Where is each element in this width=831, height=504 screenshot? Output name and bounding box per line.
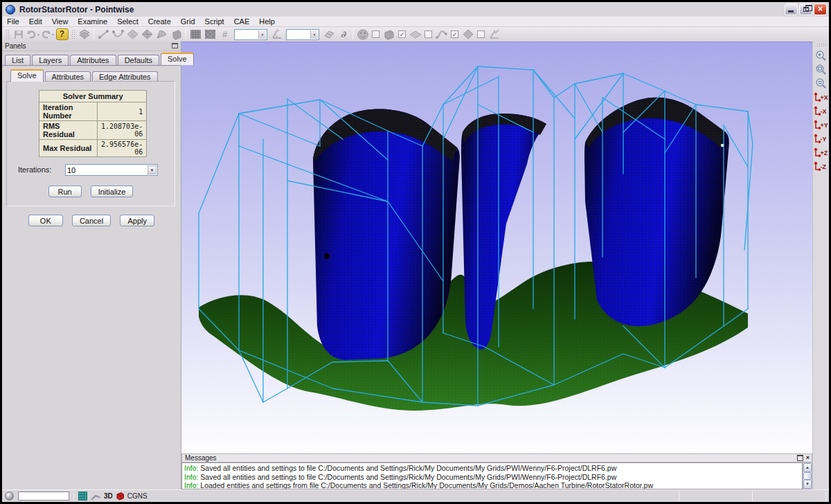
tab-edge-attributes[interactable]: Edge Attributes — [92, 71, 158, 82]
angle-button[interactable] — [269, 28, 284, 41]
apply-button[interactable]: Apply — [120, 215, 154, 226]
menu-view[interactable]: View — [47, 17, 73, 26]
restore-button[interactable] — [799, 3, 812, 15]
menu-examine[interactable]: Examine — [73, 17, 112, 26]
run-button[interactable]: Run — [48, 186, 82, 197]
zoom-box-button[interactable] — [814, 63, 828, 76]
tab-layers[interactable]: Layers — [32, 55, 69, 65]
minimize-button[interactable] — [785, 3, 798, 15]
ok-button[interactable]: OK — [28, 215, 63, 226]
dimension-button[interactable]: # — [217, 28, 232, 41]
show-blocks-button[interactable] — [382, 28, 396, 41]
progress-field — [18, 492, 69, 501]
create-block-button[interactable] — [169, 28, 184, 41]
viewport-3d[interactable] — [181, 42, 812, 453]
structured-grid-button[interactable] — [188, 28, 203, 41]
combo-dropdown-arrow[interactable]: ▼ — [258, 30, 266, 39]
show-spacings-button[interactable] — [461, 28, 475, 41]
dimension-mode-label: 3D — [104, 492, 113, 500]
menu-select[interactable]: Select — [112, 17, 143, 26]
axis-label: +X — [821, 94, 828, 101]
connector-curve-icon — [436, 29, 447, 39]
show-angles-button[interactable] — [487, 28, 501, 41]
tab-list[interactable]: List — [5, 55, 30, 65]
project-surface-button[interactable] — [321, 28, 336, 41]
help-button[interactable]: ? — [55, 28, 69, 41]
create-domain-button[interactable] — [125, 28, 140, 41]
show-domains-button[interactable] — [408, 28, 422, 41]
create-spline-button[interactable] — [111, 28, 125, 41]
show-domains-checkbox[interactable] — [425, 30, 432, 38]
save-button[interactable] — [11, 28, 26, 41]
view-plus-x-button[interactable]: +X — [814, 91, 829, 104]
mask-icon — [357, 29, 369, 40]
toolbar-drag-handle[interactable] — [71, 29, 75, 40]
dimension-combo[interactable]: ▼ — [234, 29, 267, 40]
toolbar-drag-handle[interactable] — [6, 29, 9, 40]
iterations-input[interactable] — [67, 165, 145, 174]
scroll-up-arrow[interactable]: ▲ — [803, 463, 812, 472]
tab-solve[interactable]: Solve — [161, 53, 194, 65]
create-unstructured-domain-button[interactable] — [140, 28, 154, 41]
redo-button[interactable]: ▼ — [40, 28, 55, 41]
table-row: Iteration Number 1 — [39, 102, 147, 121]
menu-help[interactable]: Help — [254, 17, 280, 26]
create-extrude-button[interactable] — [154, 28, 169, 41]
tab-attributes[interactable]: Attributes — [70, 55, 116, 65]
iterations-combo[interactable]: ▼ — [65, 164, 158, 176]
menu-file[interactable]: File — [2, 17, 24, 26]
statusbar-separator — [679, 492, 679, 501]
scroll-down-arrow[interactable]: ▼ — [803, 480, 812, 489]
view-minus-z-button[interactable]: -Z — [814, 160, 829, 173]
menu-grid[interactable]: Grid — [176, 17, 200, 26]
panel-float-icon[interactable] — [172, 43, 178, 48]
cancel-button[interactable]: Cancel — [72, 215, 111, 226]
unstructured-grid-button[interactable] — [203, 28, 217, 41]
messages-float-icon[interactable] — [797, 455, 803, 461]
messages-scrollbar[interactable]: ▲ ▼ — [803, 462, 812, 489]
menu-edit[interactable]: Edit — [24, 17, 47, 26]
partial-derivative-button[interactable]: ∂ — [336, 28, 350, 41]
create-connector-button[interactable] — [96, 28, 111, 41]
combo-dropdown-arrow[interactable]: ▼ — [310, 30, 318, 39]
view-plus-z-button[interactable]: +Z — [814, 146, 829, 159]
view-plus-y-button[interactable]: +Y — [814, 118, 829, 132]
show-database-checkbox[interactable] — [372, 30, 379, 38]
messages-log[interactable]: Info: Saved all entities and settings to… — [181, 462, 803, 489]
tab-defaults[interactable]: Defaults — [118, 55, 159, 65]
title-bar[interactable]: RotorStatorRotor - Pointwise × — [2, 2, 829, 17]
show-database-button[interactable] — [355, 28, 370, 41]
panels-stack-button[interactable] — [77, 28, 91, 41]
row-value: 2.956576e-06 — [98, 140, 147, 157]
show-blocks-checkbox[interactable]: ✓ — [398, 30, 406, 38]
view-minus-x-button[interactable]: -X — [814, 105, 829, 118]
undo-button[interactable]: ▼ — [26, 28, 40, 41]
menu-cae[interactable]: CAE — [229, 17, 255, 26]
partial-derivative-icon: ∂ — [341, 29, 346, 39]
messages-close-icon[interactable]: × — [806, 455, 810, 461]
show-spacings-checkbox[interactable] — [477, 30, 485, 38]
structured-domain-icon — [127, 29, 138, 39]
close-button[interactable]: × — [814, 3, 827, 15]
tab-solve-attributes[interactable]: Attributes — [45, 71, 91, 82]
toolbar-drag-handle[interactable] — [816, 43, 826, 46]
show-connectors-button[interactable] — [434, 28, 449, 41]
zoom-previous-button[interactable] — [814, 49, 828, 62]
iterations-dropdown-arrow[interactable]: ▼ — [148, 165, 157, 174]
block-grid-icon — [170, 29, 183, 40]
zoom-extents-button[interactable] — [814, 77, 828, 90]
initialize-button[interactable]: Initialize — [91, 186, 134, 197]
surface-project-icon — [323, 29, 335, 39]
show-connectors-checkbox[interactable]: ✓ — [451, 30, 458, 38]
log-text: Saved all entities and settings to file … — [198, 473, 616, 481]
scrollbar-thumb[interactable] — [803, 472, 812, 480]
view-minus-y-button[interactable]: -Y — [814, 132, 829, 145]
menu-script[interactable]: Script — [200, 17, 229, 26]
selected-point-marker[interactable] — [324, 253, 330, 259]
messages-titlebar[interactable]: Messages × — [181, 453, 812, 462]
angle-combo[interactable]: ▼ — [286, 29, 319, 40]
log-level: Info: — [184, 464, 198, 472]
tab-solve-inner[interactable]: Solve — [10, 69, 44, 82]
menu-create[interactable]: Create — [143, 17, 176, 26]
panels-header[interactable]: Panels — [2, 42, 181, 51]
